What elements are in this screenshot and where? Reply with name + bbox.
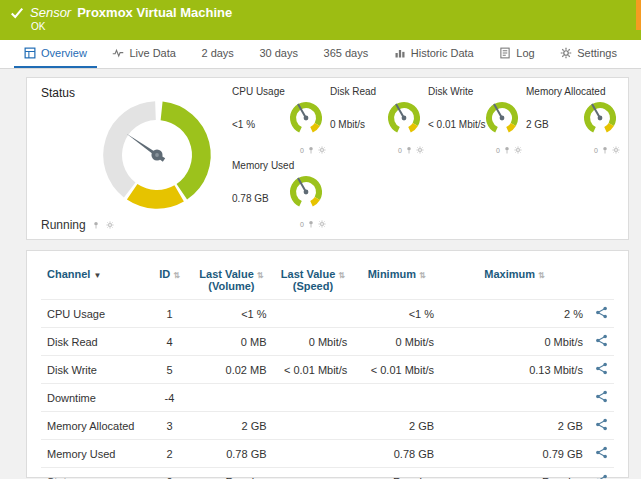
channel-name[interactable]: Memory Used	[41, 440, 149, 468]
channel-last-value-speed	[273, 384, 354, 412]
tab-live-data[interactable]: Live Data	[102, 40, 185, 68]
column-header[interactable]: Last Value⇅ (Speed)	[273, 265, 354, 300]
column-header[interactable]: Minimum⇅	[353, 265, 440, 300]
pin-icon[interactable]	[601, 146, 609, 154]
table-row[interactable]: Disk Read 4 0 MB 0 Mbit/s 0 Mbit/s 0 Mbi…	[41, 328, 614, 356]
sensor-header: Sensor Proxmox Virtual Machine OK	[0, 0, 641, 40]
gauge-dial	[386, 100, 422, 136]
channel-id: 1	[149, 300, 191, 328]
table-row[interactable]: Status 0 Running Running Running	[41, 468, 614, 479]
channel-settings-icon[interactable]	[595, 334, 608, 347]
channel-settings-icon[interactable]	[595, 362, 608, 375]
channel-last-value-speed: 0 Mbit/s	[273, 328, 354, 356]
channel-maximum: 0.13 Mbit/s	[440, 356, 589, 384]
tab-2-days[interactable]: 2 days	[191, 40, 243, 68]
column-header-label: Channel	[47, 268, 90, 280]
sort-arrows-icon: ⇅	[257, 271, 264, 280]
channel-name[interactable]: Disk Read	[41, 328, 149, 356]
historic-data-icon	[394, 47, 406, 59]
pin-icon[interactable]	[503, 146, 511, 154]
gauge-label: Disk Write	[428, 86, 526, 97]
channel-id: 3	[149, 412, 191, 440]
sort-arrows-icon: ⇅	[338, 271, 345, 280]
pin-icon[interactable]	[92, 221, 100, 229]
tab-historic-data[interactable]: Historic Data	[384, 40, 484, 68]
tab-label: Historic Data	[411, 47, 474, 59]
channel-last-value-speed	[273, 412, 354, 440]
channel-settings-cell	[589, 300, 614, 328]
sensor-status-badge: OK	[31, 21, 631, 32]
gauge-value: < 0.01 Mbit/s	[428, 119, 486, 130]
table-row[interactable]: CPU Usage 1 <1 % <1 % 2 %	[41, 300, 614, 328]
channel-settings-cell	[589, 440, 614, 468]
gear-icon[interactable]	[318, 146, 326, 154]
gauge-label: Disk Read	[330, 86, 428, 97]
tab-log[interactable]: Log	[489, 40, 544, 68]
pin-icon[interactable]	[405, 146, 413, 154]
header-corner-accent	[636, 0, 641, 30]
table-row[interactable]: Memory Allocated 3 2 GB 2 GB 2 GB	[41, 412, 614, 440]
column-header[interactable]: Maximum⇅	[440, 265, 589, 300]
channel-last-value-volume: Running	[190, 468, 272, 479]
column-header-label: Last Value	[281, 268, 335, 280]
ok-check-icon	[10, 6, 24, 20]
channel-table: Channel▼ ID⇅ Last Value⇅ (Volume) Last V…	[41, 265, 614, 479]
channel-settings-icon[interactable]	[595, 306, 608, 319]
sort-arrows-icon: ⇅	[173, 271, 180, 280]
mini-gauges: CPU Usage <1 % 0 Disk Read	[232, 86, 624, 234]
tab-30-days[interactable]: 30 days	[249, 40, 308, 68]
gear-icon[interactable]	[318, 220, 326, 228]
table-row[interactable]: Disk Write 5 0.02 MB < 0.01 Mbit/s < 0.0…	[41, 356, 614, 384]
column-header[interactable]: Last Value⇅ (Volume)	[190, 265, 272, 300]
gauge-label: CPU Usage	[232, 86, 330, 97]
gear-icon[interactable]	[106, 221, 114, 229]
channel-settings-cell	[589, 412, 614, 440]
channel-id: -4	[149, 384, 191, 412]
tab-settings[interactable]: Settings	[550, 40, 627, 68]
channel-minimum: <1 %	[353, 300, 440, 328]
channel-maximum: 2 GB	[440, 412, 589, 440]
channel-settings-cell	[589, 356, 614, 384]
settings-icon	[560, 47, 572, 59]
column-header-settings	[589, 265, 614, 300]
table-row[interactable]: Memory Used 2 0.78 GB 0.78 GB 0.79 GB	[41, 440, 614, 468]
tab-365-days[interactable]: 365 days	[314, 40, 379, 68]
mini-gauge: Disk Write < 0.01 Mbit/s 0	[428, 86, 526, 156]
channel-settings-icon[interactable]	[595, 474, 608, 479]
channel-settings-cell	[589, 384, 614, 412]
channel-settings-icon[interactable]	[595, 418, 608, 431]
channel-name[interactable]: Status	[41, 468, 149, 479]
tab-overview[interactable]: Overview	[14, 40, 97, 68]
channel-name[interactable]: Memory Allocated	[41, 412, 149, 440]
channel-settings-icon[interactable]	[595, 446, 608, 459]
gauge-scale-min: 0	[398, 147, 402, 154]
tab-label: Log	[516, 47, 534, 59]
channel-name[interactable]: CPU Usage	[41, 300, 149, 328]
pin-icon[interactable]	[307, 146, 315, 154]
column-header[interactable]: Channel▼	[41, 265, 149, 300]
gear-icon[interactable]	[514, 146, 522, 154]
gauge-meta: 0	[594, 146, 620, 154]
pin-icon[interactable]	[307, 220, 315, 228]
sort-arrows-icon: ▼	[93, 271, 101, 280]
gear-icon[interactable]	[416, 146, 424, 154]
channel-settings-icon[interactable]	[595, 390, 608, 403]
channel-settings-cell	[589, 468, 614, 479]
channel-last-value-speed	[273, 300, 354, 328]
tab-label: Live Data	[129, 47, 175, 59]
mini-gauge: Memory Used 0.78 GB 0	[232, 160, 330, 230]
channel-id: 4	[149, 328, 191, 356]
channel-name[interactable]: Downtime	[41, 384, 149, 412]
mini-gauge: Disk Read 0 Mbit/s 0	[330, 86, 428, 156]
gauge-value: 0.78 GB	[232, 193, 269, 204]
log-icon	[499, 47, 511, 59]
column-header[interactable]: ID⇅	[149, 265, 191, 300]
channel-last-value-speed	[273, 468, 354, 479]
gear-icon[interactable]	[612, 146, 620, 154]
channel-name[interactable]: Disk Write	[41, 356, 149, 384]
channel-id: 0	[149, 468, 191, 479]
channel-settings-cell	[589, 328, 614, 356]
table-row[interactable]: Downtime -4	[41, 384, 614, 412]
channel-maximum: Running	[440, 468, 589, 479]
gauge-scale-min: 0	[496, 147, 500, 154]
